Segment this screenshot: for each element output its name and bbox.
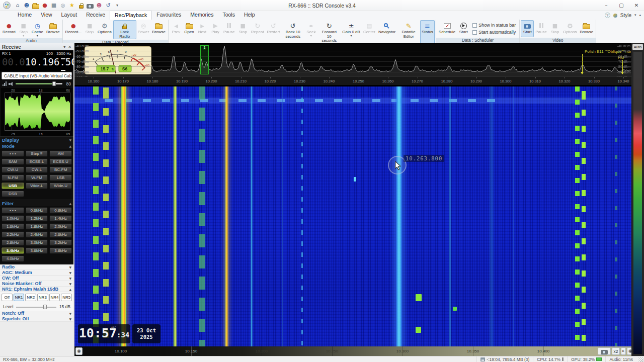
start-automatically-checkbox[interactable]: Start automatically	[472, 30, 516, 35]
pause-button[interactable]: Pause	[222, 20, 236, 44]
nr-level-slider[interactable]	[16, 304, 56, 310]
mode-ecss-u[interactable]: ECSS-U	[49, 158, 72, 165]
tab-rec-playback[interactable]: Rec/Playback	[110, 11, 152, 20]
mode-cw-l[interactable]: CW-L	[26, 166, 48, 173]
forward-10-seconds-button[interactable]: ↻Forward 10 seconds	[317, 20, 341, 44]
stop-button[interactable]: ■Stop	[548, 20, 561, 37]
band-overview-axis[interactable]: ◉ x2 ▸ ◉ 10.10010.15010.20010.25010.3001…	[74, 346, 631, 356]
section-cw[interactable]: CW: Off▼	[0, 276, 73, 281]
mode-wide-u[interactable]: Wide-U	[49, 183, 72, 189]
status-button[interactable]: ≡Status	[420, 20, 435, 44]
section-radio[interactable]: Radio▼	[0, 264, 73, 270]
mode-cw-u[interactable]: CW-U	[2, 166, 24, 173]
spectrum-frequency-axis[interactable]: 10.16010.17010.18010.19010.20010.21010.2…	[74, 76, 631, 85]
mode-sam[interactable]: SAM	[2, 158, 24, 165]
undo-icon[interactable]: ↺	[105, 2, 112, 9]
nr-nr3[interactable]: NR3	[37, 294, 48, 301]
mode-dsb[interactable]: DSB	[2, 191, 24, 197]
frequency-display[interactable]: RX 1 100 - 3500 Hz 00.010.196.500	[0, 50, 73, 71]
panel-menu-icon[interactable]: ▾	[63, 45, 65, 49]
speaker-icon[interactable]	[9, 81, 14, 86]
section-agc[interactable]: AGC: Medium▼	[0, 270, 73, 276]
filter-1-4khz[interactable]: 1.4kHz	[49, 215, 72, 222]
frequency-digits[interactable]: 00.010.196.500	[2, 56, 71, 68]
tab-layout[interactable]: Layout	[57, 11, 82, 20]
tab-view[interactable]: View	[36, 11, 57, 20]
mode-[interactable]: • • •	[2, 150, 24, 157]
section-noise-blanker[interactable]: Noise Blanker: Off▼	[0, 281, 73, 287]
stop-button[interactable]: ■Stop	[236, 20, 250, 44]
snapshot-button[interactable]	[598, 347, 611, 355]
center-button[interactable]: ▤Center	[362, 20, 377, 44]
zoom-level-button[interactable]: x2	[612, 347, 620, 355]
restart-button[interactable]: ↺Restart	[266, 20, 282, 44]
filter-3-4khz[interactable]: 3.4kHz	[2, 247, 24, 254]
mode-n-fm[interactable]: N-FM	[2, 174, 24, 181]
lock-radio-button[interactable]: Lock Radio	[113, 20, 136, 39]
app-icon[interactable]	[3, 2, 11, 9]
palette-auto-button[interactable]: Auto	[632, 44, 643, 50]
nr-nr4[interactable]: NR4	[49, 294, 60, 301]
camera-icon[interactable]	[87, 2, 94, 9]
navigator-button[interactable]: Navigator	[377, 20, 397, 44]
start-button[interactable]: Start	[457, 20, 470, 37]
filter-2-4khz[interactable]: 2.4kHz	[26, 231, 48, 238]
panel-close-icon[interactable]: ✕	[68, 45, 71, 49]
target-icon[interactable]: ◎	[59, 2, 66, 9]
audio-device-select[interactable]: CABLE Input (VB-Audio Virtual Cable) ▼	[2, 72, 72, 79]
mode-w-fm[interactable]: W-FM	[26, 174, 48, 181]
tab-receive[interactable]: Receive	[82, 11, 110, 20]
style-button[interactable]: Style	[620, 13, 631, 18]
options-button[interactable]: ⚙Options	[96, 20, 113, 39]
audio-scope[interactable]: 2s 1s 0s 2s 1s 0s	[1, 88, 72, 136]
open-button[interactable]: Open	[183, 20, 196, 44]
lock-icon[interactable]	[77, 2, 85, 9]
section-squelch[interactable]: Squelch: Off▼	[0, 316, 73, 322]
mode-am[interactable]: AM	[49, 150, 72, 157]
filter-3-8khz[interactable]: 3.8kHz	[49, 247, 72, 254]
schedule-button[interactable]: Schedule	[437, 20, 457, 37]
channel-marker[interactable]: 1	[200, 45, 209, 74]
filter-4-0khz[interactable]: 4.0kHz	[2, 255, 24, 262]
repeat-button[interactable]: ↻Repeat	[250, 20, 266, 44]
filter-2-8khz[interactable]: 2.8kHz	[2, 239, 24, 246]
show-in-status-bar-checkbox[interactable]: Show in status bar	[472, 23, 516, 28]
minimize-button[interactable]: –	[599, 0, 614, 11]
filter-0-6khz[interactable]: 0.6kHz	[26, 207, 48, 214]
stop-button[interactable]: ■Stop▾	[17, 20, 30, 38]
start-button[interactable]: Start	[521, 20, 534, 37]
zoom-reset-button[interactable]: ◉	[75, 347, 83, 355]
home-icon[interactable]: ⌂	[14, 2, 21, 9]
datafile-editor-button[interactable]: ✎Datafile Editor	[397, 20, 420, 44]
cache-button[interactable]: ◷Cache▾	[30, 20, 45, 38]
tab-favourites[interactable]: Favourites	[152, 11, 186, 20]
gain-0-db-button[interactable]: ±Gain 0 dB▾	[341, 20, 362, 44]
more-icon[interactable]: ▾	[114, 2, 121, 9]
waterfall-display[interactable]: 10.263.800 10:57:34 UTC 23 Oct 2025	[74, 86, 631, 346]
chevron-down-icon[interactable]: ▾	[634, 12, 636, 19]
nr-nr1[interactable]: NR1	[14, 294, 25, 301]
filter-3-6khz[interactable]: 3.6kHz	[26, 247, 48, 254]
filter-3-2khz[interactable]: 3.2kHz	[49, 239, 72, 246]
play-button[interactable]: ▶Play	[209, 20, 222, 44]
filter-3-0khz[interactable]: 3.0kHz	[26, 239, 48, 246]
close-button[interactable]: ✕	[629, 0, 644, 11]
filter-[interactable]: • • •	[2, 207, 24, 214]
collapse-ribbon-icon[interactable]: ▴	[639, 12, 641, 19]
options-button[interactable]: ⚙Options	[561, 20, 579, 37]
mode-ecss-l[interactable]: ECSS-L	[26, 158, 48, 165]
filter-1-8khz[interactable]: 1.8kHz	[26, 223, 48, 230]
favourite-star-icon[interactable]: ★	[68, 2, 75, 9]
spectrum-display[interactable]: 1 13579+20+40+6015.7⇅S6 Polish E11 ""Obl…	[74, 44, 631, 76]
palette-gradient[interactable]	[633, 52, 642, 354]
section-display[interactable]: Display▼	[0, 136, 73, 143]
tab-help[interactable]: Help	[239, 11, 260, 20]
filter-1-2khz[interactable]: 1.2kHz	[26, 215, 48, 222]
seek-button[interactable]: ◂▸Seek▾	[304, 20, 317, 44]
browse-button[interactable]: Browse	[45, 20, 61, 38]
browse-button[interactable]: Browse	[579, 20, 595, 37]
browse-button[interactable]: Browse	[150, 20, 167, 39]
pan-right-button[interactable]: ▸	[621, 347, 626, 355]
pause-button[interactable]: Pause	[534, 20, 548, 37]
folder-icon[interactable]	[32, 2, 39, 9]
